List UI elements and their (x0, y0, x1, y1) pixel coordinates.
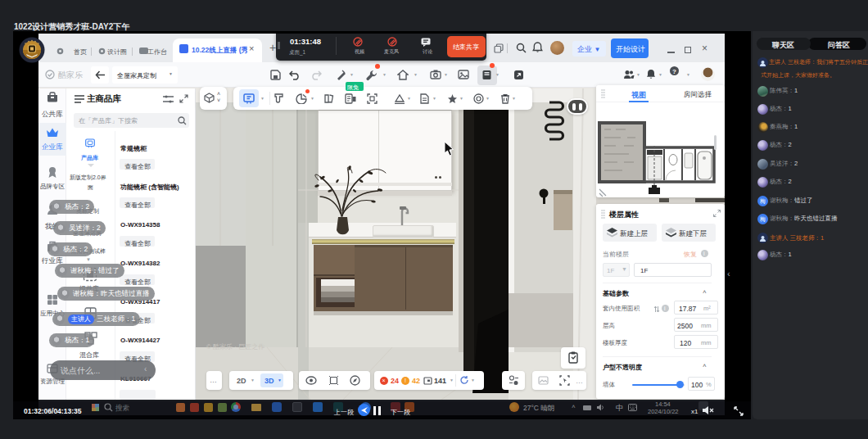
svg-text:© 酷家乐 · 巨匠之作: © 酷家乐 · 巨匠之作 (206, 343, 264, 351)
